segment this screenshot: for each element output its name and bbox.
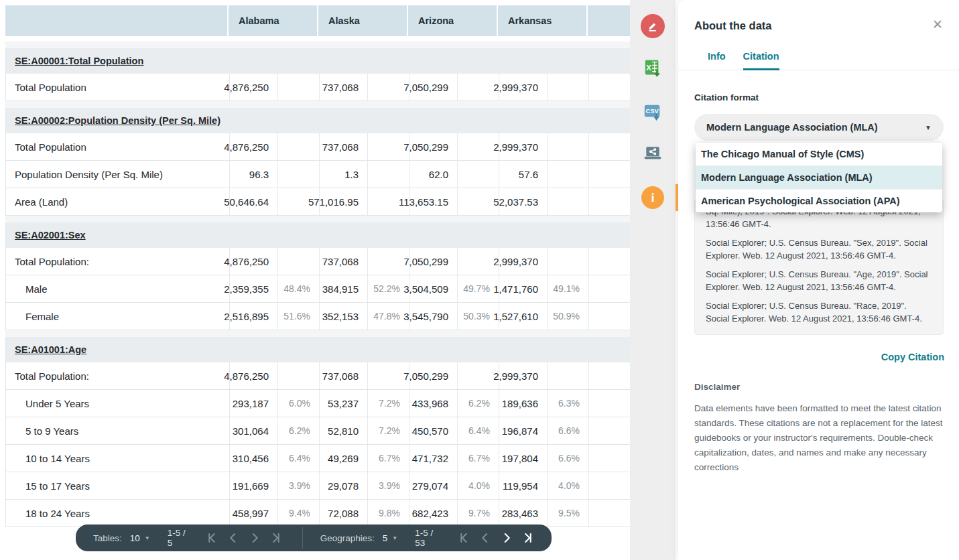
- row-label: Total Population: [6, 74, 229, 100]
- value-cell: 737,068: [319, 133, 367, 160]
- value-cell: 471,732: [409, 445, 457, 472]
- percent-cell: 48.4%: [277, 275, 319, 302]
- tables-first-page-icon[interactable]: [206, 532, 218, 544]
- tab-info[interactable]: Info: [708, 51, 726, 70]
- percent-cell: 3.9%: [367, 472, 409, 499]
- table-row: Population Density (Per Sq. Mile)96.31.3…: [5, 161, 631, 188]
- copy-citation-button[interactable]: Copy Citation: [881, 352, 944, 362]
- value-cell: 2,999,370: [499, 362, 547, 389]
- value-cell: 62.0: [409, 161, 457, 188]
- percent-cell: [277, 161, 319, 188]
- tab-citation[interactable]: Citation: [743, 51, 779, 70]
- column-header-arizona: Arizona: [408, 5, 498, 36]
- percent-cell: 7.2%: [367, 390, 409, 417]
- row-label: 5 to 9 Years: [6, 417, 229, 444]
- value-cell: 52,037.53: [499, 188, 547, 215]
- value-cell: 189,636: [499, 390, 547, 417]
- table-stage: AlabamaAlaskaArizonaArkansasSE:A00001:To…: [0, 0, 630, 560]
- section-header-row: SE:A02001:Sex: [5, 222, 631, 248]
- panel-title: About the data: [694, 19, 772, 32]
- geographies-last-page-icon[interactable]: [522, 532, 534, 544]
- percent-cell: [547, 248, 588, 275]
- row-label-column-header: [5, 5, 229, 36]
- table-row: 18 to 24 Years458,9979.4%72,0889.8%682,4…: [5, 500, 631, 527]
- value-cell: 50,646.64: [229, 188, 277, 215]
- section-title-link[interactable]: SE:A01001:Age: [15, 344, 86, 355]
- tables-label: Tables:: [93, 533, 122, 543]
- value-cell: 682,423: [409, 500, 457, 527]
- value-cell: 737,068: [319, 362, 367, 389]
- close-icon[interactable]: ✕: [928, 17, 947, 31]
- percent-cell: 6.4%: [457, 417, 499, 444]
- row-label: 15 to 17 Years: [6, 472, 229, 499]
- value-cell: 2,999,370: [499, 133, 547, 160]
- row-label: Female: [6, 303, 229, 330]
- value-cell: 197,804: [499, 445, 547, 472]
- percent-cell: 49.1%: [547, 275, 588, 302]
- partial-cell: [588, 500, 631, 527]
- percent-cell: 6.6%: [547, 445, 588, 472]
- partial-cell: [588, 390, 631, 417]
- percent-cell: 49.7%: [457, 275, 499, 302]
- partial-cell: [588, 472, 631, 499]
- value-cell: 96.3: [229, 161, 277, 188]
- percent-cell: [367, 74, 409, 100]
- section-title-link[interactable]: SE:A00001:Total Population: [15, 56, 143, 66]
- tables-page-size-select[interactable]: 10: [130, 533, 140, 543]
- percent-cell: [457, 161, 499, 188]
- section-title-link[interactable]: SE:A00002:Population Density (Per Sq. Mi…: [15, 115, 220, 126]
- info-button[interactable]: i: [641, 186, 664, 209]
- percent-cell: 9.8%: [367, 500, 409, 527]
- value-cell: 7,050,299: [409, 74, 457, 100]
- percent-cell: 51.6%: [277, 303, 319, 330]
- row-label: Male: [6, 275, 229, 302]
- tables-range: 1-5 / 5: [168, 528, 191, 548]
- value-cell: 4,876,250: [229, 74, 277, 100]
- value-cell: 737,068: [319, 74, 367, 100]
- tables-page-size-caret-icon[interactable]: ▼: [145, 535, 150, 541]
- section-gap: [5, 330, 631, 337]
- percent-cell: 7.2%: [367, 417, 409, 444]
- value-cell: 571,016.95: [319, 188, 367, 215]
- row-label: Total Population: [6, 133, 229, 160]
- dropdown-option[interactable]: Modern Language Association (MLA): [696, 165, 942, 189]
- row-label: Area (Land): [6, 188, 229, 215]
- geographies-prev-page-icon[interactable]: [479, 532, 491, 544]
- value-cell: 49,269: [319, 445, 367, 472]
- value-cell: 352,153: [319, 303, 367, 330]
- dropdown-option[interactable]: American Psychological Association (APA): [696, 189, 942, 212]
- tables-prev-page-icon[interactable]: [227, 532, 239, 544]
- geographies-page-size-caret-icon[interactable]: ▼: [392, 535, 397, 541]
- value-cell: 196,874: [499, 417, 547, 444]
- percent-cell: [547, 188, 588, 215]
- excel-download-button[interactable]: X: [643, 58, 663, 81]
- tables-next-page-icon[interactable]: [249, 532, 261, 544]
- percent-cell: 50.3%: [457, 303, 499, 330]
- citation-format-select[interactable]: Modern Language Association (MLA) ▼: [694, 114, 944, 141]
- share-button[interactable]: [643, 145, 662, 164]
- geographies-page-size-select[interactable]: 5: [383, 533, 388, 543]
- percent-cell: [547, 133, 588, 160]
- data-table: AlabamaAlaskaArizonaArkansasSE:A00001:To…: [5, 5, 631, 527]
- table-row: Total Population4,876,250737,0687,050,29…: [5, 133, 631, 161]
- section-title-link[interactable]: SE:A02001:Sex: [15, 230, 86, 240]
- value-cell: 7,050,299: [409, 362, 457, 389]
- percent-cell: [457, 248, 499, 275]
- geographies-next-page-icon[interactable]: [501, 532, 513, 544]
- value-cell: 2,359,355: [229, 275, 277, 302]
- citation-format-label: Citation format: [694, 92, 759, 102]
- percent-cell: [367, 362, 409, 389]
- app-screen: AlabamaAlaskaArizonaArkansasSE:A00001:To…: [0, 0, 959, 560]
- percent-cell: 4.0%: [547, 472, 588, 499]
- table-row: Female2,516,89551.6%352,15347.8%3,545,79…: [5, 303, 631, 330]
- geographies-first-page-icon[interactable]: [458, 532, 470, 544]
- csv-download-button[interactable]: CSV: [643, 102, 663, 125]
- percent-cell: [457, 133, 499, 160]
- percent-cell: 6.2%: [457, 390, 499, 417]
- edit-table-button[interactable]: [641, 14, 665, 38]
- column-header-arkansas: Arkansas: [498, 5, 588, 36]
- percent-cell: 6.2%: [277, 417, 319, 444]
- about-data-panel: About the data ✕ Info Citation Citation …: [678, 0, 959, 560]
- dropdown-option[interactable]: The Chicago Manual of Style (CMS): [696, 143, 942, 165]
- tables-last-page-icon[interactable]: [270, 532, 282, 544]
